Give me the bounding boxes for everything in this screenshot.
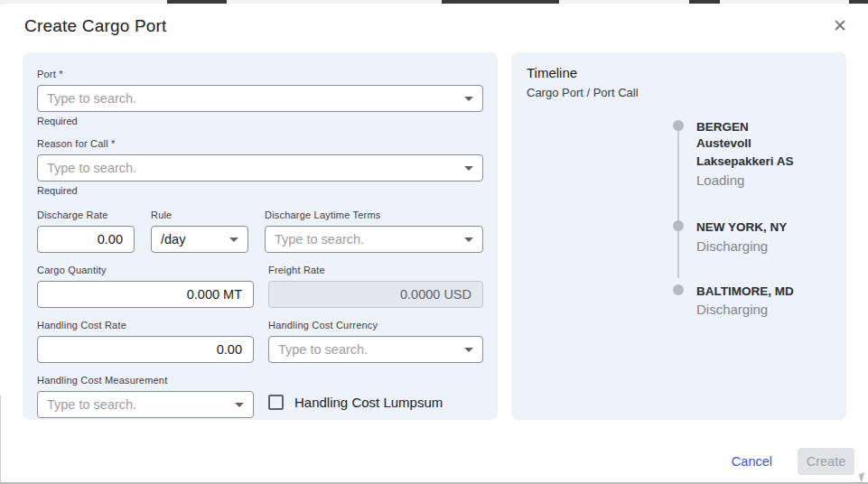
port-field-group: Port * Required	[37, 69, 483, 126]
discharge-laytime-terms-label: Discharge Laytime Terms	[265, 209, 483, 220]
timeline-item-new-york: NEW YORK, NY Discharging	[673, 219, 832, 253]
handling-cost-measurement-select	[37, 391, 254, 418]
timeline-port-name: BALTIMORE, MD	[696, 284, 832, 299]
discharge-rate-input[interactable]	[37, 226, 135, 253]
handling-cost-measurement-label: Handling Cost Measurement	[37, 375, 254, 386]
handling-cost-rate-field	[37, 336, 254, 363]
freight-rate-field	[268, 281, 483, 308]
port-input[interactable]	[37, 85, 483, 112]
timeline-item-baltimore: BALTIMORE, MD Discharging	[673, 284, 832, 317]
timeline-port-status: Discharging	[696, 302, 832, 317]
timeline-port-name: NEW YORK, NY	[696, 219, 832, 235]
discharge-rate-label: Discharge Rate	[37, 209, 135, 220]
rule-label: Rule	[151, 209, 248, 220]
discharge-laytime-terms-select	[265, 226, 483, 253]
discharge-row: Discharge Rate Rule Discharge Laytime Te…	[37, 209, 483, 253]
cargo-quantity-label: Cargo Quantity	[37, 265, 254, 275]
handling-cost-currency-select	[268, 336, 483, 363]
reason-for-call-field-group: Reason for Call * Required	[37, 138, 483, 196]
timeline-subtitle: Cargo Port / Port Call	[527, 86, 832, 99]
freight-rate-input	[268, 281, 483, 308]
timeline-port-status: Loading	[696, 172, 832, 188]
close-icon[interactable]: ✕	[828, 14, 852, 38]
discharge-rate-field-group: Discharge Rate	[37, 209, 135, 253]
timeline-dot-icon	[673, 284, 684, 295]
cargo-port-form-panel: Port * Required Reason for Call * Requir…	[23, 52, 498, 420]
handling-cost-lumpsum-label: Handling Cost Lumpsum	[294, 395, 443, 410]
discharge-laytime-terms-field-group: Discharge Laytime Terms	[265, 209, 483, 253]
cargo-quantity-field	[37, 281, 254, 308]
timeline-port-name: BERGEN	[696, 119, 832, 135]
handling-cost-currency-field-group: Handling Cost Currency	[268, 320, 483, 363]
dialog-footer: Cancel Create	[724, 448, 854, 475]
discharge-laytime-terms-input[interactable]	[265, 226, 483, 253]
timeline-panel: Timeline Cargo Port / Port Call BERGEN A…	[511, 52, 846, 420]
port-label: Port *	[37, 69, 483, 79]
port-select	[37, 85, 483, 112]
timeline-dot-icon	[673, 220, 684, 231]
handling-cost-measurement-input[interactable]	[37, 391, 254, 418]
reason-for-call-label: Reason for Call *	[37, 138, 483, 149]
timeline-port-company: Austevoll Laksepakkeri AS	[696, 135, 832, 170]
freight-rate-label: Freight Rate	[268, 265, 483, 275]
rule-field-group: Rule	[151, 209, 248, 253]
handling-cost-row: Handling Cost Rate Handling Cost Currenc…	[37, 320, 483, 363]
handling-cost-rate-field-group: Handling Cost Rate	[37, 320, 254, 363]
background-page-edge	[0, 396, 1, 484]
rule-select	[151, 226, 248, 253]
cargo-quantity-input[interactable]	[37, 281, 254, 308]
reason-for-call-select	[37, 154, 483, 182]
timeline: BERGEN Austevoll Laksepakkeri AS Loading…	[673, 119, 832, 317]
timeline-item-text: BALTIMORE, MD Discharging	[696, 284, 832, 317]
cargo-quantity-field-group: Cargo Quantity	[37, 265, 254, 308]
handling-cost-rate-label: Handling Cost Rate	[37, 320, 254, 330]
handling-cost-lumpsum-checkbox-row[interactable]: Handling Cost Lumpsum	[268, 395, 483, 410]
handling-cost-currency-input[interactable]	[268, 336, 483, 363]
handling-cost-rate-input[interactable]	[37, 336, 254, 363]
discharge-rate-field	[37, 226, 135, 253]
create-button: Create	[798, 448, 854, 475]
handling-cost-lumpsum-group: Handling Cost Lumpsum	[268, 375, 483, 418]
reason-for-call-required-helper: Required	[37, 185, 483, 196]
timeline-item-text: NEW YORK, NY Discharging	[696, 219, 832, 253]
handling-cost-currency-label: Handling Cost Currency	[268, 320, 483, 330]
timeline-title: Timeline	[527, 65, 832, 80]
rule-input[interactable]	[151, 226, 248, 253]
dialog-title: Create Cargo Port	[24, 16, 167, 36]
reason-for-call-input[interactable]	[37, 154, 483, 182]
port-required-helper: Required	[37, 116, 483, 126]
timeline-item-bergen: BERGEN Austevoll Laksepakkeri AS Loading	[673, 119, 832, 188]
handling-cost-measurement-field-group: Handling Cost Measurement	[37, 375, 254, 418]
handling-cost-measurement-row: Handling Cost Measurement Handling Cost …	[37, 375, 483, 418]
handling-cost-lumpsum-checkbox[interactable]	[268, 395, 284, 410]
timeline-item-text: BERGEN Austevoll Laksepakkeri AS Loading	[696, 119, 832, 188]
freight-rate-field-group: Freight Rate	[268, 265, 483, 308]
cancel-button[interactable]: Cancel	[724, 449, 779, 474]
timeline-port-status: Discharging	[696, 238, 832, 254]
timeline-dot-icon	[673, 120, 684, 131]
quantity-freight-row: Cargo Quantity Freight Rate	[37, 265, 483, 308]
